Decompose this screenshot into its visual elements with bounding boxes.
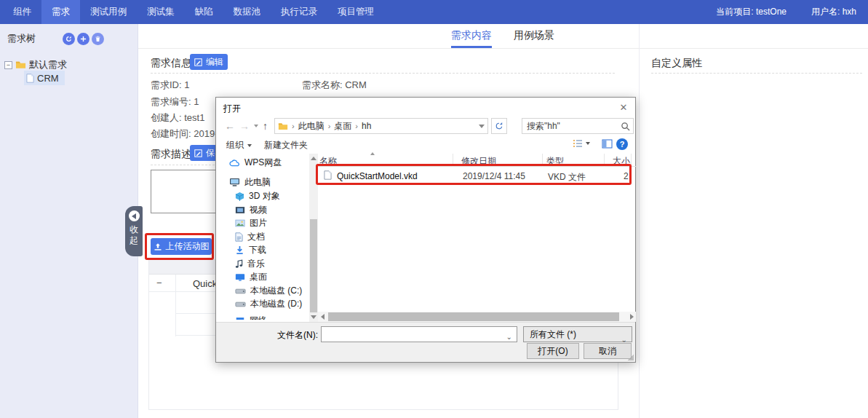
search-input[interactable] <box>522 119 633 133</box>
history-dropdown-icon[interactable] <box>254 125 258 127</box>
collapse-arrow-icon <box>129 210 140 221</box>
column-type[interactable]: 类型 <box>546 155 564 167</box>
back-icon[interactable]: ← <box>225 120 235 132</box>
column-date[interactable]: 修改日期 <box>461 155 496 167</box>
file-list-hscrollbar[interactable] <box>318 312 636 322</box>
help-button[interactable]: ? <box>616 138 628 150</box>
requirement-desc-title: 需求描述 <box>151 148 191 161</box>
plus-icon <box>80 36 87 42</box>
folder-icon <box>278 122 288 130</box>
file-name: QuickStartModel.vkd <box>337 171 418 181</box>
nav-item-network[interactable]: 网络 <box>216 315 309 320</box>
music-icon <box>235 259 243 269</box>
tree-node-label: 默认需求 <box>29 58 67 71</box>
divider <box>651 73 862 74</box>
search-icon <box>621 122 630 131</box>
preview-pane-button[interactable] <box>602 139 613 151</box>
row-collapse-icon[interactable]: − <box>156 277 162 288</box>
scrollbar-thumb[interactable] <box>310 219 317 312</box>
nav-item-drive-d[interactable]: 本地磁盘 (D:) <box>216 298 309 310</box>
trash-icon <box>95 36 101 42</box>
nav-item-videos[interactable]: 视频 <box>216 204 309 216</box>
filename-input[interactable] <box>322 327 517 342</box>
file-row-quickstartmodel[interactable]: QuickStartModel.vkd 2019/12/4 11:45 VKD … <box>319 168 632 184</box>
file-type-filter[interactable]: 所有文件 (*) ⌄ <box>523 326 632 342</box>
nav-item-execution[interactable]: 执行记录 <box>271 0 327 24</box>
nav-item-3d-objects[interactable]: 3D 对象 <box>216 190 309 202</box>
chevron-down-icon <box>247 144 252 147</box>
cancel-button[interactable]: 取消 <box>584 343 632 359</box>
breadcrumb-desktop[interactable]: 桌面 <box>334 120 351 133</box>
nav-item-wps-cloud[interactable]: WPS网盘 <box>216 157 309 169</box>
edit-button[interactable]: 编辑 <box>190 54 228 70</box>
nav-item-components[interactable]: 组件 <box>3 0 41 24</box>
chevron-down-icon <box>586 142 590 145</box>
refresh-button[interactable] <box>491 118 507 134</box>
file-icon <box>26 74 34 83</box>
drive-icon <box>235 301 246 308</box>
view-mode-button[interactable] <box>573 139 590 148</box>
scroll-down-icon[interactable] <box>311 315 316 319</box>
address-bar[interactable]: › 此电脑 › 桌面 › hh <box>274 118 488 134</box>
search-box[interactable] <box>522 118 634 134</box>
dialog-title: 打开 <box>223 103 241 115</box>
nav-item-music[interactable]: 音乐 <box>216 258 309 270</box>
requirement-name-field: 需求名称: CRM <box>302 79 367 92</box>
tree-add-button[interactable] <box>77 33 89 45</box>
current-project-label: 当前项目: testOne <box>716 0 787 24</box>
sort-asc-icon <box>370 152 375 155</box>
file-list-pane: 名称 修改日期 类型 大小 QuickStartModel.vkd 2019/1… <box>318 154 636 312</box>
nav-item-this-pc[interactable]: 此电脑 <box>216 176 309 189</box>
nav-item-testcases[interactable]: 测试用例 <box>80 0 137 24</box>
dialog-nav-scrollbar[interactable] <box>309 154 318 322</box>
divider <box>151 73 615 74</box>
up-folder-icon[interactable]: ↑ <box>263 120 268 132</box>
filename-combobox[interactable]: ⌄ <box>321 326 517 342</box>
collapse-sidebar-button[interactable]: 收起 <box>125 206 143 256</box>
breadcrumb-separator-icon: › <box>355 122 358 130</box>
dialog-close-button[interactable]: ✕ <box>612 98 635 117</box>
nav-item-project-mgmt[interactable]: 项目管理 <box>327 0 384 24</box>
breadcrumb-hh[interactable]: hh <box>362 121 371 131</box>
scroll-left-icon[interactable] <box>321 314 324 320</box>
resize-grip[interactable] <box>628 355 634 360</box>
upload-activity-diagram-button[interactable]: 上传活动图 <box>151 238 212 255</box>
tree-node-default-requirement[interactable]: − 默认需求 <box>4 58 67 71</box>
scroll-up-icon[interactable] <box>311 157 316 160</box>
forward-icon[interactable]: → <box>239 120 250 132</box>
requirement-code-field: 需求编号: 1 <box>151 95 199 109</box>
nav-item-requirements[interactable]: 需求 <box>41 0 80 24</box>
organize-menu[interactable]: 组织 <box>226 139 252 151</box>
nav-item-defects[interactable]: 缺陷 <box>185 0 223 24</box>
chevron-down-icon[interactable]: ⌄ <box>506 333 512 341</box>
scroll-right-icon[interactable] <box>630 314 634 320</box>
tree-delete-button[interactable] <box>92 33 104 45</box>
open-button[interactable]: 打开(O) <box>527 343 579 359</box>
top-nav: 组件 需求 测试用例 测试集 缺陷 数据池 执行记录 项目管理 当前项目: te… <box>0 0 868 24</box>
nav-item-documents[interactable]: 文档 <box>216 231 309 243</box>
address-dropdown-icon[interactable] <box>479 125 485 128</box>
collapse-label: 收起 <box>129 224 139 246</box>
nav-item-downloads[interactable]: 下载 <box>216 244 309 256</box>
tree-expander-icon[interactable]: − <box>4 61 12 69</box>
nav-item-testsets[interactable]: 测试集 <box>137 0 185 24</box>
nav-item-drive-c[interactable]: 本地磁盘 (C:) <box>216 285 309 297</box>
network-icon <box>235 317 245 320</box>
refresh-icon <box>495 122 503 130</box>
scrollbar-thumb[interactable] <box>328 312 619 321</box>
nav-item-desktop[interactable]: 桌面 <box>216 271 309 283</box>
nav-item-pictures[interactable]: 图片 <box>216 217 309 229</box>
tree-node-label: CRM <box>37 73 59 84</box>
column-name[interactable]: 名称 <box>319 155 337 167</box>
tab-usecase-scenario[interactable]: 用例场景 <box>514 24 554 48</box>
tab-requirement-content[interactable]: 需求内容 <box>451 24 492 48</box>
breadcrumb-this-pc[interactable]: 此电脑 <box>298 120 324 133</box>
computer-icon <box>229 178 240 187</box>
upload-icon <box>154 242 162 251</box>
tree-refresh-button[interactable] <box>63 33 75 45</box>
column-size[interactable]: 大小 <box>613 155 630 167</box>
tree-node-crm[interactable]: CRM <box>24 71 65 85</box>
nav-item-datapool[interactable]: 数据池 <box>223 0 271 24</box>
tree-title: 需求树 <box>7 32 36 45</box>
new-folder-button[interactable]: 新建文件夹 <box>264 139 308 151</box>
